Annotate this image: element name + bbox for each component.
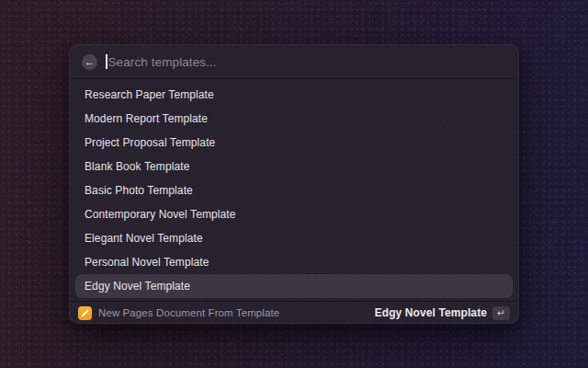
list-item[interactable]: Modern Report Template <box>75 107 513 131</box>
primary-action[interactable]: Edgy Novel Template ↵ <box>375 306 510 320</box>
list-item-label: Research Paper Template <box>85 88 214 101</box>
list-item[interactable]: Research Paper Template <box>75 83 513 107</box>
list-item-label: Blank Book Template <box>85 160 189 173</box>
list-item-label: Basic Photo Template <box>85 184 193 197</box>
list-item[interactable]: Elegant Novel Template <box>75 226 513 250</box>
command-label: New Pages Document From Template <box>98 307 279 318</box>
list-item-label: Project Proposal Template <box>85 136 215 149</box>
primary-action-label: Edgy Novel Template <box>375 306 487 319</box>
list-item-label: Edgy Novel Template <box>85 280 190 293</box>
list-item[interactable]: Contemporary Novel Template <box>75 202 513 226</box>
back-arrow-icon: ← <box>85 54 95 70</box>
list-item[interactable]: Personal Novel Template <box>75 250 513 274</box>
list-item-label: Elegant Novel Template <box>85 232 203 245</box>
action-bar: New Pages Document From Template Edgy No… <box>70 301 518 324</box>
command-palette-window: ← Search templates... Research Paper Tem… <box>69 44 519 324</box>
search-input[interactable]: Search templates... <box>106 45 506 78</box>
search-placeholder: Search templates... <box>108 55 217 69</box>
list-item[interactable]: Project Proposal Template <box>75 131 513 155</box>
text-cursor <box>106 54 107 69</box>
search-bar: ← Search templates... <box>70 45 518 79</box>
list-item-label: Personal Novel Template <box>85 256 209 269</box>
list-item[interactable]: Edgy Novel Template <box>75 274 513 298</box>
list-item-label: Modern Report Template <box>85 112 208 125</box>
list-item-label: Contemporary Novel Template <box>85 208 236 221</box>
list-item[interactable]: Blank Book Template <box>75 155 513 178</box>
template-list: Research Paper Template Modern Report Te… <box>70 79 518 301</box>
list-item[interactable]: Basic Photo Template <box>75 178 513 202</box>
back-button[interactable]: ← <box>82 54 97 70</box>
enter-key-icon: ↵ <box>492 306 510 320</box>
pages-pen-icon <box>78 306 92 320</box>
